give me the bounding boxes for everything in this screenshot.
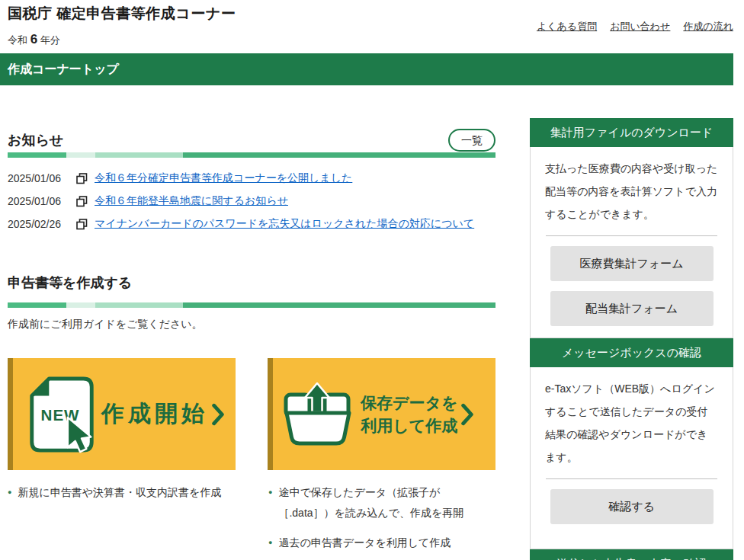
news-list-button[interactable]: 一覧	[448, 129, 495, 152]
resume-button-label: 保存データを 利用して作成	[361, 392, 457, 437]
news-row: 2025/02/26 マイナンバーカードのパスワードを忘失又はロックされた場合の…	[8, 213, 495, 235]
start-button-description: ● 新規に申告書や決算書・収支内訳書を作成	[8, 482, 268, 503]
create-guide-note: 作成前にご利用ガイドをご覧ください。	[8, 318, 495, 331]
news-heading: お知らせ	[8, 131, 63, 149]
sidebar-panel-message-box: e-Taxソフト（WEB版）へログインすることで送信したデータの受付結果の確認や…	[530, 367, 733, 549]
news-date: 2025/01/06	[8, 195, 76, 207]
divider	[546, 235, 717, 236]
flow-link[interactable]: 作成の流れ	[683, 20, 733, 34]
check-message-box-button[interactable]: 確認する	[550, 489, 714, 524]
external-window-icon	[76, 173, 88, 184]
dividend-form-button[interactable]: 配当集計フォーム	[550, 291, 714, 326]
button-left-accent	[268, 358, 273, 470]
page-title-banner: 作成コーナートップ	[0, 53, 733, 85]
header-links: よくある質問 お問い合わせ 作成の流れ	[537, 20, 733, 34]
resume-from-saved-button[interactable]: 保存データを 利用して作成	[268, 358, 495, 470]
external-window-icon	[76, 196, 88, 207]
news-list: 2025/01/06 令和６年分確定申告書等作成コーナーを公開しました 2025…	[8, 167, 495, 235]
svg-text:NEW: NEW	[41, 405, 80, 423]
panel-description: 支払った医療費の内容や受け取った配当等の内容を表計算ソフトで入力することができま…	[545, 157, 718, 226]
external-window-icon	[76, 219, 88, 230]
year-suffix: 年分	[40, 34, 60, 46]
bullet-icon: ●	[8, 482, 11, 503]
news-date: 2025/02/26	[8, 218, 76, 230]
news-link[interactable]: マイナンバーカードのパスワードを忘失又はロックされた場合の対応について	[95, 217, 474, 231]
news-link[interactable]: 令和６年分確定申告書等作成コーナーを公開しました	[95, 171, 352, 185]
sidebar-header-message-box: メッセージボックスの確認	[530, 338, 733, 367]
panel-description: e-Taxソフト（WEB版）へログインすることで送信したデータの受付結果の確認や…	[545, 377, 718, 469]
divider	[546, 478, 717, 479]
start-button-label: 作成開始	[101, 398, 208, 430]
button-left-accent	[8, 358, 13, 470]
chevron-right-icon	[460, 403, 474, 426]
create-section-heading: 申告書等を作成する	[8, 274, 495, 292]
resume-button-description: ● 途中で保存したデータ（拡張子が［.data］）を読み込んで、作成を再開	[268, 482, 495, 523]
medical-expense-form-button[interactable]: 医療費集計フォーム	[550, 246, 714, 281]
sidebar: 集計用ファイルのダウンロード 支払った医療費の内容や受け取った配当等の内容を表計…	[530, 118, 733, 560]
resume-label-line2: 利用して作成	[361, 414, 457, 437]
contact-link[interactable]: お問い合わせ	[610, 20, 670, 34]
sidebar-header-aggregation-files: 集計用ファイルのダウンロード	[530, 118, 733, 147]
faq-link[interactable]: よくある質問	[537, 20, 597, 34]
folder-upload-icon	[283, 382, 353, 446]
new-document-cursor-icon: NEW	[28, 376, 95, 453]
chevron-right-icon	[211, 403, 225, 426]
start-creation-button[interactable]: NEW 作成開始	[8, 358, 236, 470]
sidebar-header-submitted-returns: 送信した申告書の内容の確認	[530, 549, 733, 560]
site-title: 国税庁 確定申告書等作成コーナー	[8, 4, 236, 24]
section-divider-bar	[8, 152, 495, 158]
section-divider-bar	[8, 302, 495, 308]
sidebar-panel-aggregation-files: 支払った医療費の内容や受け取った配当等の内容を表計算ソフトで入力することができま…	[530, 147, 733, 338]
main-content: お知らせ 一覧 2025/01/06 令和６年分確定申告書等作成コーナーを公開し…	[8, 128, 495, 560]
news-row: 2025/01/06 令和６年分確定申告書等作成コーナーを公開しました	[8, 167, 495, 190]
page: 国税庁 確定申告書等作成コーナー 令和 6 年分 よくある質問 お問い合わせ 作…	[0, 0, 744, 560]
news-date: 2025/01/06	[8, 172, 76, 184]
news-link[interactable]: 令和６年能登半島地震に関するお知らせ	[95, 194, 288, 208]
news-row: 2025/01/06 令和６年能登半島地震に関するお知らせ	[8, 190, 495, 213]
bullet-icon: ●	[268, 533, 272, 553]
year-prefix: 令和	[8, 34, 27, 46]
resume-label-line1: 保存データを	[361, 392, 457, 414]
tax-year-label: 令和 6 年分	[8, 32, 60, 47]
year-number: 6	[30, 32, 37, 46]
bullet-icon: ●	[268, 482, 272, 523]
resume-button-description: ● 過去の申告書データを利用して作成	[268, 533, 495, 553]
